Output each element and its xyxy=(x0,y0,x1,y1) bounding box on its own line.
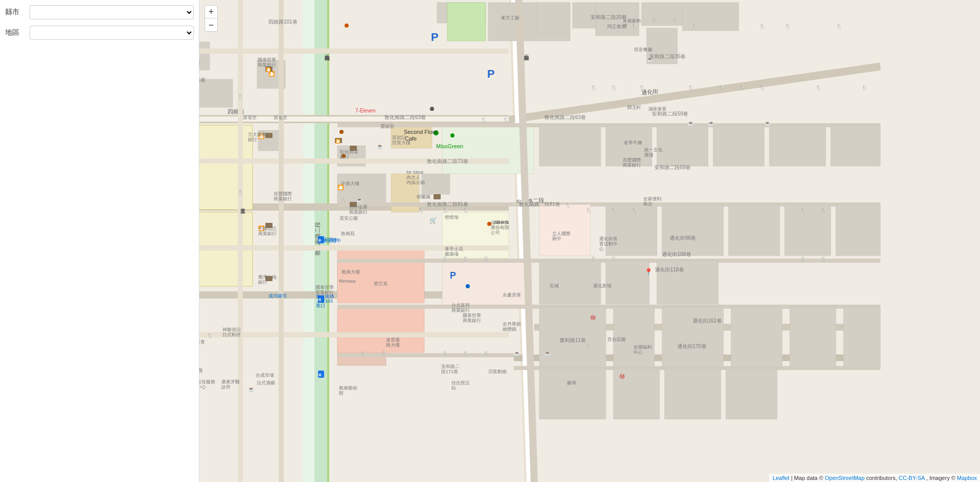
svg-text:國泰世華: 國泰世華 xyxy=(463,313,481,318)
cc-by-sa-link[interactable]: CC-BY-SA xyxy=(899,475,925,481)
svg-text:中鼎大樓: 中鼎大樓 xyxy=(341,181,359,186)
leaflet-link[interactable]: Leaflet xyxy=(772,475,789,481)
svg-rect-35 xyxy=(337,249,424,303)
osm-link[interactable]: OpenStreetMap xyxy=(825,475,864,481)
svg-text:☕: ☕ xyxy=(356,197,363,203)
svg-text:滋味食客: 滋味食客 xyxy=(648,106,667,111)
svg-text:🍴: 🍴 xyxy=(207,332,214,339)
svg-text:🍴: 🍴 xyxy=(418,207,425,214)
svg-text:星巴克: 星巴克 xyxy=(374,281,388,286)
svg-text:🍴: 🍴 xyxy=(341,197,348,203)
svg-text:商業銀行: 商業銀行 xyxy=(349,210,368,215)
svg-text:🍴: 🍴 xyxy=(821,207,827,214)
svg-rect-216 xyxy=(434,194,441,199)
svg-text:得意餐廳: 得意餐廳 xyxy=(634,47,652,52)
svg-text:MissGreen: MissGreen xyxy=(436,143,463,149)
svg-text:神樂假日: 神樂假日 xyxy=(222,327,241,332)
svg-text:燈燈海: 燈燈海 xyxy=(445,215,459,220)
svg-rect-86 xyxy=(539,261,601,304)
city-select[interactable] xyxy=(30,5,194,19)
svg-text:7-Eleven: 7-Eleven xyxy=(355,108,375,113)
svg-text:敦南藝術: 敦南藝術 xyxy=(339,385,357,391)
svg-text:通化街108巷: 通化街108巷 xyxy=(662,251,691,257)
zoom-out-button[interactable]: − xyxy=(204,18,218,32)
svg-text:商大樓: 商大樓 xyxy=(386,342,400,348)
svg-text:安和路二段59巷: 安和路二段59巷 xyxy=(652,111,688,117)
svg-rect-97 xyxy=(665,368,721,419)
svg-text:🍴: 🍴 xyxy=(585,207,592,214)
svg-text:Ⓜ: Ⓜ xyxy=(620,374,625,379)
svg-text:全家便利: 全家便利 xyxy=(643,196,662,201)
svg-text:商店: 商店 xyxy=(643,201,652,206)
svg-text:Jason's: Jason's xyxy=(493,220,509,225)
svg-rect-77 xyxy=(713,125,764,166)
svg-rect-33 xyxy=(642,3,685,26)
city-row: 縣市 xyxy=(5,5,194,19)
svg-text:Ⓜ: Ⓜ xyxy=(590,315,596,320)
district-select[interactable] xyxy=(30,26,194,40)
svg-text:商業銀行: 商業銀行 xyxy=(274,196,292,201)
svg-text:🍴: 🍴 xyxy=(631,207,638,214)
svg-text:敦南苑: 敦南苑 xyxy=(341,231,355,236)
sidebar-panel: 縣市 地區 xyxy=(0,0,199,482)
svg-text:站: 站 xyxy=(451,385,456,391)
svg-text:東帝士花: 東帝士花 xyxy=(445,246,463,251)
mapbox-link[interactable]: Mapbox xyxy=(957,475,977,481)
svg-rect-91 xyxy=(662,307,723,368)
svg-text:內搞火鍋: 內搞火鍋 xyxy=(406,180,425,185)
svg-text:🍴: 🍴 xyxy=(238,189,244,196)
svg-text:🍴: 🍴 xyxy=(360,350,367,357)
svg-rect-61 xyxy=(238,0,243,482)
svg-text:☕: ☕ xyxy=(688,120,694,127)
svg-text:滔客動物: 滔客動物 xyxy=(488,369,507,374)
svg-point-102 xyxy=(339,130,344,134)
svg-text:安和路二: 安和路二 xyxy=(441,364,460,369)
svg-text:🍴: 🍴 xyxy=(463,350,469,357)
svg-point-104 xyxy=(450,133,454,137)
svg-text:☕: ☕ xyxy=(248,386,255,393)
svg-text:🍴: 🍴 xyxy=(481,117,487,123)
svg-text:安和路二段69巷: 安和路二段69巷 xyxy=(654,165,691,170)
svg-text:兆豐國際: 兆豐國際 xyxy=(623,157,641,163)
map-attribution: Leaflet | Map data © OpenStreetMap contr… xyxy=(769,474,980,482)
svg-text:成功園宅: 成功園宅 xyxy=(268,293,287,299)
svg-text:🍴: 🍴 xyxy=(759,84,766,91)
svg-rect-93 xyxy=(790,307,836,368)
svg-text:🍴: 🍴 xyxy=(672,17,679,24)
svg-rect-95 xyxy=(539,368,606,419)
svg-text:瓦城: 瓦城 xyxy=(550,283,559,288)
svg-text:宜佳服務: 宜佳服務 xyxy=(197,379,215,384)
svg-text:永慶房屋: 永慶房屋 xyxy=(503,292,521,297)
svg-text:巷口: 巷口 xyxy=(316,303,325,308)
svg-text:合作金庫: 合作金庫 xyxy=(349,204,368,210)
svg-text:靈諭室: 靈諭室 xyxy=(380,124,394,129)
svg-text:凌雲通: 凌雲通 xyxy=(386,337,400,342)
zoom-controls: + − xyxy=(204,5,218,32)
svg-text:富財記: 富財記 xyxy=(392,135,406,140)
svg-text:商業銀行: 商業銀行 xyxy=(463,318,481,323)
svg-text:通化街162巷: 通化街162巷 xyxy=(693,318,722,324)
svg-text:兆豐國際: 兆豐國際 xyxy=(274,191,292,196)
svg-text:🍴: 🍴 xyxy=(611,84,618,91)
svg-text:臺灣土地: 臺灣土地 xyxy=(258,274,277,280)
svg-text:國泰世華: 國泰世華 xyxy=(315,285,334,290)
svg-text:🍴: 🍴 xyxy=(238,94,244,100)
svg-text:大安國中: 大安國中 xyxy=(323,238,341,243)
svg-rect-83 xyxy=(728,204,780,256)
svg-text:🎦: 🎦 xyxy=(266,67,271,72)
svg-text:Second Floor: Second Floor xyxy=(404,129,438,135)
svg-text:通化街118巷: 通化街118巷 xyxy=(655,267,684,272)
svg-text:☕: ☕ xyxy=(377,143,383,150)
svg-text:安和路二段20巷: 安和路二段20巷 xyxy=(590,14,627,20)
svg-text:東方工藝: 東方工藝 xyxy=(501,15,519,20)
svg-text:🍴: 🍴 xyxy=(611,256,618,262)
svg-text:敦化南路二段81巷: 敦化南路二段81巷 xyxy=(427,201,468,207)
svg-text:🍴: 🍴 xyxy=(718,84,725,91)
svg-rect-62 xyxy=(279,0,284,482)
svg-text:敦南大樓: 敦南大樓 xyxy=(341,269,360,274)
svg-rect-94 xyxy=(844,307,880,368)
svg-text:館: 館 xyxy=(339,391,344,396)
zoom-in-button[interactable]: + xyxy=(204,5,218,18)
svg-text:🍴: 🍴 xyxy=(590,84,597,91)
svg-text:米壽家料: 米壽家料 xyxy=(623,18,641,24)
